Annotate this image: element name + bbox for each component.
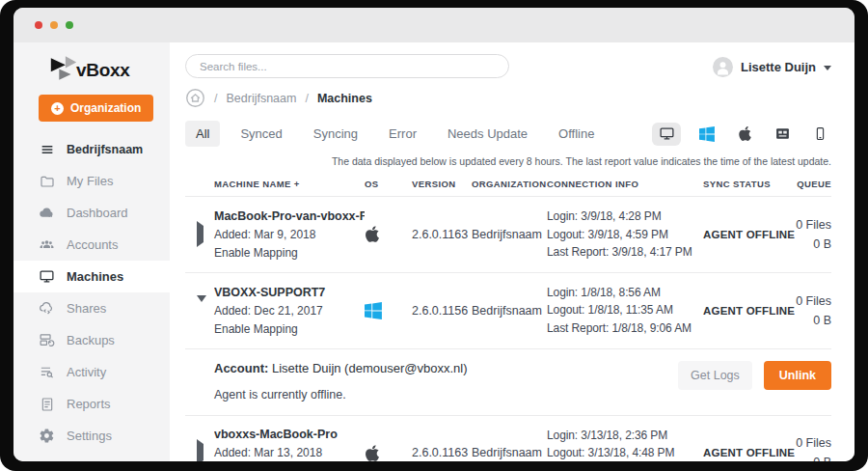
apple-icon (738, 125, 752, 142)
user-menu[interactable]: Lisette Duijn (713, 57, 831, 77)
device-filters (652, 123, 831, 146)
queue-bytes: 0 B (790, 235, 831, 254)
sync-status-badge: AGENT OFFLINE (703, 447, 790, 458)
login-time: Login: 1/8/18, 8:56 AM (547, 284, 703, 302)
minimize-window-icon[interactable] (50, 21, 58, 29)
sidebar-item-bedrijfsnaam[interactable]: Bedrijfsnaam (14, 133, 170, 165)
filter-tabs: All Synced Syncing Error Needs Update Of… (185, 121, 831, 147)
filter-apple-button[interactable] (733, 123, 756, 146)
queue-files: 0 Files (790, 215, 831, 235)
machine-version: 2.6.0.1163 (412, 228, 472, 241)
column-sync-status[interactable]: SYNC STATUS (703, 179, 790, 189)
report-document-icon (39, 396, 55, 412)
plus-circle-icon: + (51, 102, 64, 115)
last-report-time: Last Report: 3/9/18, 4:17 PM (547, 243, 703, 262)
apple-icon (365, 225, 380, 243)
brand-name: vBoxx (76, 60, 130, 81)
filter-windows-button[interactable] (695, 123, 719, 146)
sidebar-menu: Bedrijfsnaam My Files Dashboard (14, 133, 170, 452)
expand-row-icon[interactable] (185, 226, 214, 243)
tab-synced[interactable]: Synced (230, 121, 292, 147)
gear-icon (39, 428, 55, 444)
breadcrumb-item-current: Machines (317, 92, 372, 105)
sidebar-item-shares[interactable]: Shares (14, 292, 170, 324)
users-icon (39, 236, 55, 253)
update-notice: The data displayed below is updated ever… (185, 155, 831, 167)
login-time: Login: 3/9/18, 4:28 PM (547, 208, 703, 226)
filter-mobile-button[interactable] (808, 123, 831, 146)
collapse-row-icon[interactable] (185, 302, 214, 319)
sync-status-badge: AGENT OFFLINE (703, 229, 790, 240)
monitor-icon (659, 125, 675, 142)
chevron-down-icon (824, 66, 831, 70)
sidebar-item-activity[interactable]: Activity (14, 356, 170, 388)
expand-row-icon[interactable] (185, 444, 214, 461)
close-window-icon[interactable] (35, 21, 42, 29)
tab-syncing[interactable]: Syncing (303, 121, 368, 147)
enable-mapping-link[interactable]: Enable Mapping (214, 246, 365, 260)
machine-version: 2.6.0.1163 (412, 446, 472, 459)
enable-mapping-link[interactable]: Enable Mapping (214, 322, 365, 336)
sidebar-item-accounts[interactable]: Accounts (14, 229, 170, 261)
home-icon[interactable] (185, 88, 205, 108)
machine-added-date: Added: Dec 21, 2017 (214, 304, 365, 318)
table-header: MACHINE NAME + OS VERSION ORGANIZATION C… (185, 173, 831, 196)
cloud-chart-icon (39, 205, 55, 221)
folder-icon (39, 173, 55, 189)
column-version[interactable]: VERSION (412, 179, 472, 189)
server-icon (774, 125, 791, 142)
machine-version: 2.6.0.1156 (412, 304, 472, 318)
machine-name: VBOXX-SUPPORT7 (214, 286, 365, 299)
breadcrumb-separator: / (305, 92, 308, 105)
tab-all[interactable]: All (185, 121, 220, 147)
account-label: Account: (214, 361, 268, 375)
sidebar-item-backups[interactable]: Backups (14, 324, 170, 356)
screenshot-stage: vBoxx + Organization Bedrijfsnaam (0, 0, 868, 471)
breadcrumb-item-organization[interactable]: Bedrijfsnaam (226, 92, 296, 105)
column-machine-name[interactable]: MACHINE NAME + (214, 179, 365, 189)
column-organization[interactable]: ORGANIZATION (472, 179, 547, 189)
apple-icon (365, 444, 380, 461)
windows-icon (699, 126, 715, 142)
column-connection-info[interactable]: CONNECTION INFO (547, 179, 703, 189)
table-row[interactable]: vboxxs-MacBook-Pro Added: Mar 13, 2018 E… (185, 415, 831, 461)
get-logs-button[interactable]: Get Logs (678, 361, 752, 390)
sidebar-item-reports[interactable]: Reports (14, 388, 170, 420)
maximize-window-icon[interactable] (66, 21, 73, 29)
tab-error[interactable]: Error (378, 121, 427, 147)
sidebar-item-dashboard[interactable]: Dashboard (14, 197, 170, 229)
filter-desktop-button[interactable] (652, 123, 681, 146)
search-input[interactable] (185, 54, 509, 78)
breadcrumb-separator: / (214, 92, 217, 105)
user-name: Lisette Duijn (741, 60, 816, 74)
unlink-button[interactable]: Unlink (764, 361, 831, 390)
logout-time: Logout: 1/8/18, 11:35 AM (547, 301, 703, 319)
vboxx-logo: vBoxx (48, 56, 170, 81)
login-time: Login: 3/13/18, 2:36 PM (547, 427, 703, 445)
table-row[interactable]: VBOXX-SUPPORT7 Added: Dec 21, 2017 Enabl… (185, 272, 831, 348)
windows-icon (365, 302, 382, 319)
column-os[interactable]: OS (365, 179, 412, 189)
sidebar-item-settings[interactable]: Settings (14, 420, 170, 452)
sidebar: vBoxx + Organization Bedrijfsnaam (14, 42, 170, 461)
breadcrumb: / Bedrijfsnaam / Machines (185, 88, 831, 108)
sync-status-badge: AGENT OFFLINE (703, 305, 790, 317)
logout-time: Logout: 3/13/18, 4:48 PM (547, 444, 703, 461)
vboxx-logo-icon (48, 56, 79, 81)
machine-name: MacBook-Pro-van-vboxx-Fab... (214, 209, 365, 223)
backup-icon (39, 332, 55, 348)
filter-server-button[interactable] (771, 123, 794, 146)
mobile-icon (813, 125, 827, 142)
add-organization-button[interactable]: + Organization (39, 95, 153, 122)
tab-offline[interactable]: Offline (548, 121, 605, 147)
machine-organization: Bedrijfsnaam (472, 446, 547, 459)
column-queue[interactable]: QUEUE (790, 179, 831, 189)
sidebar-item-machines[interactable]: Machines (14, 261, 170, 292)
table-row[interactable]: MacBook-Pro-van-vboxx-Fab... Added: Mar … (185, 196, 831, 272)
row-detail-panel: Account: Lisette Duijn (demouser@vboxx.n… (185, 348, 831, 415)
tab-needs-update[interactable]: Needs Update (437, 121, 538, 147)
agent-offline-note: Agent is currently offline. (214, 388, 678, 402)
share-cloud-icon (39, 300, 55, 317)
sidebar-item-my-files[interactable]: My Files (14, 165, 170, 197)
activity-list-icon (39, 364, 55, 380)
